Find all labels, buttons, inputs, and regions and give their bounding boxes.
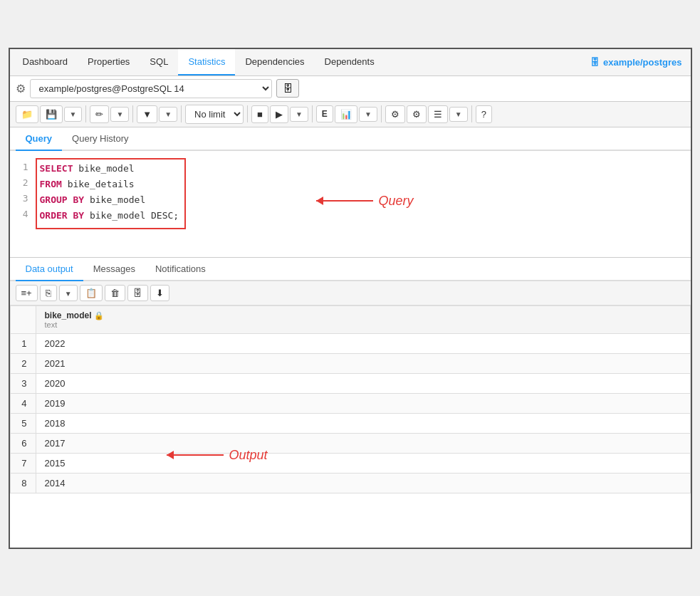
sql-code-area[interactable]: SELECT bike_model FROM bike_details GROU… (36, 158, 691, 250)
table-row: 7 2015 (10, 453, 690, 473)
tb-explain-btn[interactable]: E (316, 105, 333, 122)
row-bike-model: 2022 (36, 333, 690, 353)
result-table: bike_model 🔒 text 1 2022 2 2021 3 2020 4… (10, 305, 691, 493)
table-row: 4 2019 (10, 393, 690, 413)
tb-list-btn[interactable]: ☰ (428, 105, 448, 123)
tb-play-chevron-btn[interactable]: ▼ (290, 107, 308, 122)
row-bike-model: 2014 (36, 473, 690, 493)
tb-macro-btn[interactable]: ⚙ (385, 105, 405, 123)
tb-edit-chevron-btn[interactable]: ▼ (110, 107, 129, 122)
result-toolbar: ≡+ ⎘ ▼ 📋 🗑 🗄 ⬇ (10, 281, 691, 305)
col-type: text (45, 320, 681, 329)
tb-stop-btn[interactable]: ■ (251, 105, 268, 123)
rt-add-row-btn[interactable]: ≡+ (16, 285, 38, 301)
tb-limit-select[interactable]: No limit (185, 105, 244, 124)
table-row: 2 2021 (10, 353, 690, 373)
row-num: 4 (10, 393, 36, 413)
row-num: 3 (10, 373, 36, 393)
tb-macro2-btn[interactable]: ⚙ (407, 105, 427, 123)
rt-import-btn[interactable]: 🗄 (127, 285, 148, 301)
line-numbers: 1 2 3 4 (10, 158, 36, 250)
tb-sep-2 (132, 105, 133, 122)
connection-select[interactable]: example/postgres@PostgreSQL 14 (30, 79, 272, 98)
nav-dashboard[interactable]: Dashboard (13, 49, 78, 75)
table-row: 6 2017 (10, 433, 690, 453)
sql-editor-area: 1 2 3 4 SELECT bike_model FROM bike_deta… (10, 151, 691, 258)
tb-sep-5 (312, 105, 313, 122)
result-table-wrap[interactable]: bike_model 🔒 text 1 2022 2 2021 3 2020 4… (10, 305, 691, 548)
tab-query-history[interactable]: Query History (62, 127, 138, 151)
tab-data-output[interactable]: Data output (16, 258, 83, 281)
tb-filter-btn[interactable]: ▼ (137, 105, 157, 123)
nav-sql[interactable]: SQL (140, 49, 178, 75)
tb-sep-3 (181, 105, 182, 122)
tb-play-btn[interactable]: ▶ (270, 105, 288, 123)
row-bike-model: 2015 (36, 453, 690, 473)
tab-messages[interactable]: Messages (83, 258, 145, 281)
tb-help-btn[interactable]: ? (476, 105, 492, 123)
tb-save-chevron-btn[interactable]: ▼ (64, 107, 83, 122)
tb-filter-chevron-btn[interactable]: ▼ (159, 107, 177, 122)
col-name: bike_model (45, 310, 92, 320)
conn-settings-icon[interactable]: ⚙ (16, 82, 26, 95)
tb-chart-chevron-btn[interactable]: ▼ (359, 107, 377, 122)
sql-line-1: SELECT bike_model (40, 161, 179, 177)
top-nav: Dashboard Properties SQL Statistics Depe… (10, 49, 691, 76)
app-window: Dashboard Properties SQL Statistics Depe… (9, 48, 692, 549)
sql-query-box: SELECT bike_model FROM bike_details GROU… (36, 158, 187, 229)
tab-query[interactable]: Query (16, 127, 63, 151)
line-num-4: 4 (10, 206, 28, 222)
output-area: bike_model 🔒 text 1 2022 2 2021 3 2020 4… (10, 305, 691, 548)
table-header-row: bike_model 🔒 text (10, 305, 690, 333)
nav-properties[interactable]: Properties (78, 49, 140, 75)
sql-line-2: FROM bike_details (40, 177, 179, 192)
nav-right-label: 🗄 example/postgres (585, 49, 688, 75)
table-row: 8 2014 (10, 473, 690, 493)
tab-notifications[interactable]: Notifications (145, 258, 216, 281)
nav-statistics[interactable]: Statistics (178, 49, 235, 75)
tb-edit-btn[interactable]: ✏ (90, 105, 109, 123)
conn-server-btn[interactable]: 🗄 (276, 79, 299, 98)
row-bike-model: 2021 (36, 353, 690, 373)
rt-copy-btn[interactable]: ⎘ (40, 285, 57, 301)
sql-line-3: GROUP BY bike_model (40, 192, 179, 208)
rt-paste-btn[interactable]: 📋 (80, 285, 103, 301)
row-bike-model: 2018 (36, 413, 690, 433)
row-num-header (10, 305, 36, 333)
table-row: 1 2022 (10, 333, 690, 353)
line-num-3: 3 (10, 191, 28, 206)
row-num: 6 (10, 433, 36, 453)
rt-delete-btn[interactable]: 🗑 (105, 285, 125, 301)
main-toolbar: 📁 💾 ▼ ✏ ▼ ▼ ▼ No limit ■ ▶ ▼ E 📊 ▼ ⚙ ⚙ ☰… (10, 102, 691, 127)
db-icon: 🗄 (590, 57, 600, 68)
tb-list-chevron-btn[interactable]: ▼ (449, 107, 468, 122)
tb-open-btn[interactable]: 📁 (16, 105, 38, 123)
tb-save-btn[interactable]: 💾 (40, 105, 63, 123)
lock-icon: 🔒 (94, 311, 104, 320)
nav-dependents[interactable]: Dependents (315, 49, 385, 75)
sql-line-4: ORDER BY bike_model DESC; (40, 208, 179, 224)
row-num: 1 (10, 333, 36, 353)
connection-bar: ⚙ example/postgres@PostgreSQL 14 🗄 (10, 76, 691, 102)
row-bike-model: 2017 (36, 433, 690, 453)
row-bike-model: 2020 (36, 373, 690, 393)
result-tabs: Data output Messages Notifications (10, 258, 691, 281)
tb-sep-7 (471, 105, 472, 122)
rt-copy-chevron-btn[interactable]: ▼ (59, 285, 78, 301)
row-num: 5 (10, 413, 36, 433)
tb-chart-btn[interactable]: 📊 (335, 105, 357, 123)
tb-sep-6 (381, 105, 382, 122)
row-num: 2 (10, 353, 36, 373)
nav-right-text: example/postgres (603, 57, 682, 68)
result-tbody: 1 2022 2 2021 3 2020 4 2019 5 2018 6 201… (10, 333, 690, 493)
tb-sep-1 (85, 105, 86, 122)
line-num-2: 2 (10, 175, 28, 191)
query-tabs: Query Query History (10, 127, 691, 151)
nav-dependencies[interactable]: Dependencies (235, 49, 314, 75)
line-num-1: 1 (10, 160, 28, 175)
tb-sep-4 (247, 105, 248, 122)
col-bike-model-header: bike_model 🔒 text (36, 305, 690, 333)
row-bike-model: 2019 (36, 393, 690, 413)
rt-download-btn[interactable]: ⬇ (150, 285, 169, 301)
table-row: 5 2018 (10, 413, 690, 433)
